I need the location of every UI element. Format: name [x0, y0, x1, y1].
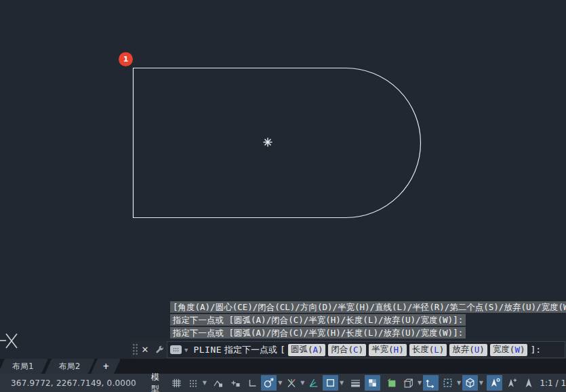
- dynamic-ucs-icon[interactable]: [423, 375, 439, 391]
- grid-icon[interactable]: [169, 375, 184, 391]
- cmd-option-arc[interactable]: 圆弧A: [288, 344, 326, 356]
- layout-tab-bar: 布局1 布局2 +: [0, 359, 566, 374]
- gizmo-dropdown-icon[interactable]: ▼: [479, 375, 484, 391]
- annotation-autoscale-icon[interactable]: [504, 375, 519, 391]
- cmd-option-halfwidth[interactable]: 半宽H: [369, 344, 407, 356]
- bracket-open: [: [280, 345, 285, 355]
- palette-grip-handle[interactable]: [132, 343, 138, 356]
- isodraft-icon[interactable]: [306, 375, 321, 391]
- pline-path: [134, 68, 421, 218]
- step-marker-badge: 1: [119, 52, 133, 66]
- osnap-3d-icon[interactable]: [401, 375, 416, 391]
- cmd-option-close[interactable]: 闭合C: [328, 344, 366, 356]
- command-history-line: [角度(A)/圆心(CE)/闭合(CL)/方向(D)/半宽(H)/直线(L)/半…: [170, 301, 566, 313]
- coordinates-readout[interactable]: 367.9772, 2267.7149, 0.0000: [0, 378, 146, 388]
- model-space-button[interactable]: 模型: [146, 375, 167, 391]
- blip-marker-icon: [264, 138, 272, 147]
- command-history-line: 指定下一点或 [圆弧(A)/闭合(C)/半宽(H)/长度(L)/放弃(U)/宽度…: [170, 327, 466, 339]
- chevron-down-icon[interactable]: ▼: [184, 347, 188, 353]
- tab-layout1[interactable]: 布局1: [1, 359, 45, 374]
- selection-cycling-icon[interactable]: [384, 375, 399, 391]
- polar-dropdown-icon[interactable]: ▼: [277, 375, 283, 391]
- osnap-tracking-dropdown-icon[interactable]: ▼: [300, 375, 305, 391]
- snap-dropdown-icon[interactable]: ▼: [202, 375, 207, 391]
- polar-tracking-icon[interactable]: [261, 375, 277, 391]
- ucs-icon: [0, 334, 17, 348]
- selection-filter-dropdown-icon[interactable]: ▼: [456, 375, 462, 391]
- command-history-line: 指定下一点或 [圆弧(A)/闭合(C)/半宽(H)/长度(L)/放弃(U)/宽度…: [170, 314, 466, 326]
- annotation-visibility-icon[interactable]: [487, 375, 502, 391]
- status-bar: 367.9772, 2267.7149, 0.0000 模型 ▼: [0, 374, 566, 392]
- transparency-icon[interactable]: [365, 375, 380, 391]
- bracket-close: ]:: [530, 345, 541, 355]
- command-palette: ✕ ▼ PLINE 指定下一点或 [ 圆弧A 闭合C 半宽H 长度L 放弃U 宽…: [131, 341, 566, 359]
- infer-constraints-icon[interactable]: [210, 375, 226, 391]
- command-input[interactable]: ▼ PLINE 指定下一点或 [ 圆弧A 闭合C 半宽H 长度L 放弃U 宽度W…: [167, 341, 565, 358]
- cmd-option-width[interactable]: 宽度W: [490, 344, 528, 356]
- ortho-mode-icon[interactable]: [244, 375, 260, 391]
- cmd-option-length[interactable]: 长度L: [409, 344, 447, 356]
- annotation-scale-value[interactable]: 1:1 / 1: [540, 378, 566, 388]
- recent-commands-icon[interactable]: [170, 345, 182, 354]
- selection-filter-icon[interactable]: [440, 375, 456, 391]
- close-icon[interactable]: ✕: [138, 345, 152, 355]
- wrench-icon[interactable]: [152, 345, 167, 355]
- new-layout-button[interactable]: +: [94, 359, 117, 374]
- command-prompt: 指定下一点或: [224, 344, 277, 356]
- tab-layout2[interactable]: 布局2: [48, 359, 92, 374]
- snap-mode-icon[interactable]: [186, 375, 201, 391]
- annotation-scale-icon[interactable]: [521, 375, 536, 391]
- dynamic-input-icon[interactable]: [227, 375, 243, 391]
- object-snap-dropdown-icon[interactable]: ▼: [339, 375, 344, 391]
- osnap-tracking-icon[interactable]: [283, 375, 299, 391]
- cmd-option-undo[interactable]: 放弃U: [449, 344, 487, 356]
- object-snap-icon[interactable]: [323, 375, 338, 391]
- lineweight-icon[interactable]: [348, 375, 363, 391]
- active-command: PLINE: [193, 345, 222, 355]
- gizmo-icon[interactable]: [462, 375, 478, 391]
- osnap-3d-dropdown-icon[interactable]: ▼: [417, 375, 422, 391]
